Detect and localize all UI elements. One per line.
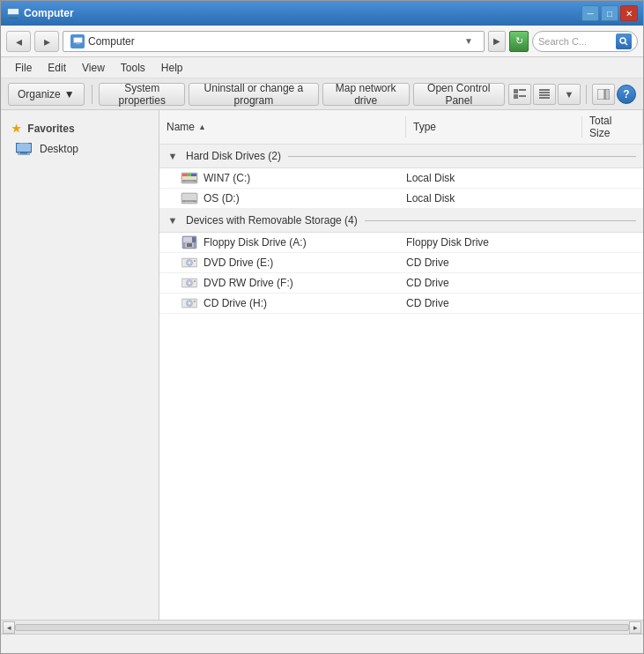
address-bar: ◂ ▸ Computer ▼ ▶ ↻ Search C... [1,26,643,57]
drive-cd-h-type: CD Drive [406,297,582,309]
window-title: Computer [24,7,578,19]
svg-rect-16 [539,92,550,93]
menu-help[interactable]: Help [154,59,190,77]
view-dropdown-button[interactable]: ▼ [558,84,581,105]
drive-win7-c-name: WIN7 (C:) [181,171,406,185]
drive-floppy-a-label: Floppy Disk Drive (A:) [204,236,307,249]
svg-point-39 [183,201,185,203]
col-name-sort-icon: ▲ [198,123,206,131]
address-text: Computer [88,35,461,48]
forward-button[interactable]: ▸ [34,31,59,52]
svg-rect-54 [194,280,196,282]
svg-rect-8 [74,44,82,45]
drive-cd-h[interactable]: CD Drive (H:) CD Drive [159,294,643,314]
svg-rect-12 [519,89,526,91]
svg-rect-25 [18,154,30,155]
control-panel-button[interactable]: Open Control Panel [413,83,505,106]
svg-rect-31 [182,176,196,180]
svg-rect-24 [20,152,27,154]
drive-win7-c-type: Local Disk [406,172,582,184]
minimize-button[interactable]: ─ [581,5,599,21]
uninstall-label: Uninstall or change a program [198,82,309,107]
drive-cd-h-label: CD Drive (H:) [204,297,267,309]
preview-pane-button[interactable] [592,84,615,105]
organize-button[interactable]: Organize ▼ [8,83,85,106]
scroll-left-button[interactable]: ◂ [3,621,15,634]
toolbar: Organize ▼ System properties Uninstall o… [1,78,643,110]
address-field[interactable]: Computer ▼ [63,31,485,52]
menu-view[interactable]: View [75,59,112,77]
drive-os-d[interactable]: OS (D:) Local Disk [159,189,643,209]
window-icon [6,6,20,20]
drive-dvd-e[interactable]: DVD Drive (E:) CD Drive [159,253,643,273]
svg-line-10 [625,42,628,45]
svg-rect-4 [8,9,19,14]
removable-group-header: ▼ Devices with Removable Storage (4) [159,209,643,233]
close-button[interactable]: ✕ [620,5,638,21]
svg-rect-30 [191,174,196,176]
col-header-name[interactable]: Name ▲ [159,116,406,137]
search-button[interactable] [616,33,632,49]
map-drive-button[interactable]: Map network drive [322,83,410,106]
svg-rect-23 [19,143,28,144]
maximize-button[interactable]: □ [601,5,618,21]
svg-rect-14 [519,95,526,97]
drive-floppy-a-type: Floppy Disk Drive [406,236,582,249]
system-properties-button[interactable]: System properties [99,83,185,106]
nav-item-desktop[interactable]: Desktop [1,138,159,160]
go-button[interactable]: ▶ [488,31,506,52]
menu-file[interactable]: File [8,59,39,77]
scroll-right-button[interactable]: ▸ [629,621,641,634]
drive-dvd-e-label: DVD Drive (E:) [204,256,273,269]
svg-point-48 [189,262,190,264]
menu-edit[interactable]: Edit [41,59,73,77]
view-details-button[interactable] [533,84,556,105]
svg-point-34 [183,181,185,182]
drive-win7-c[interactable]: WIN7 (C:) Local Disk [159,168,643,189]
scroll-track[interactable] [15,624,629,631]
help-button[interactable]: ? [617,85,636,104]
removable-collapse-button[interactable]: ▼ [167,214,179,227]
svg-rect-28 [182,174,187,176]
drive-os-d-label: OS (D:) [204,192,240,204]
svg-rect-19 [597,89,604,100]
refresh-button[interactable]: ↻ [509,31,529,52]
col-header-size[interactable]: Total Size [582,110,643,144]
menu-tools[interactable]: Tools [114,59,152,77]
view-list-button[interactable] [508,84,531,105]
main-window: Computer ─ □ ✕ ◂ ▸ Computer ▼ ▶ ↻ Sea [0,0,644,654]
toolbar-right: ▼ ? [508,84,636,105]
drive-dvdrw-f-label: DVD RW Drive (F:) [204,277,293,289]
svg-rect-15 [539,89,550,91]
svg-rect-44 [187,243,192,247]
drive-dvdrw-f[interactable]: DVD RW Drive (F:) CD Drive [159,273,643,294]
horizontal-scrollbar[interactable]: ◂ ▸ [1,620,643,634]
favorites-section-title: ★ Favorites [1,117,159,138]
drive-floppy-a-icon [181,235,198,249]
drive-dvd-e-type: CD Drive [406,256,582,269]
col-header-type[interactable]: Type [406,116,582,137]
svg-rect-38 [193,201,196,202]
drive-cd-h-icon [181,296,198,310]
hard-disk-group-line [288,156,636,157]
search-placeholder: Search C... [538,36,612,47]
hard-disk-collapse-button[interactable]: ▼ [167,150,179,162]
back-button[interactable]: ◂ [6,31,31,52]
favorites-star-icon: ★ [11,123,21,135]
drive-win7-c-icon [181,171,198,185]
svg-rect-41 [183,237,192,242]
svg-rect-6 [74,38,82,42]
uninstall-button[interactable]: Uninstall or change a program [189,83,319,106]
svg-rect-49 [194,260,196,262]
address-dropdown-arrow[interactable]: ▼ [464,36,477,46]
menu-bar: File Edit View Tools Help [1,57,643,78]
search-box[interactable]: Search C... [532,31,638,52]
drive-cd-h-name: CD Drive (H:) [181,296,406,310]
drive-floppy-a[interactable]: Floppy Disk Drive (A:) Floppy Disk Drive [159,233,643,253]
drive-dvdrw-f-type: CD Drive [406,277,582,289]
desktop-icon [15,142,33,156]
file-list-header: Name ▲ Type Total Size [159,110,643,145]
left-pane: ★ Favorites Desktop [1,110,159,620]
favorites-label: Favorites [27,123,74,135]
right-pane: Name ▲ Type Total Size ▼ Hard Disk Drive… [159,110,643,620]
